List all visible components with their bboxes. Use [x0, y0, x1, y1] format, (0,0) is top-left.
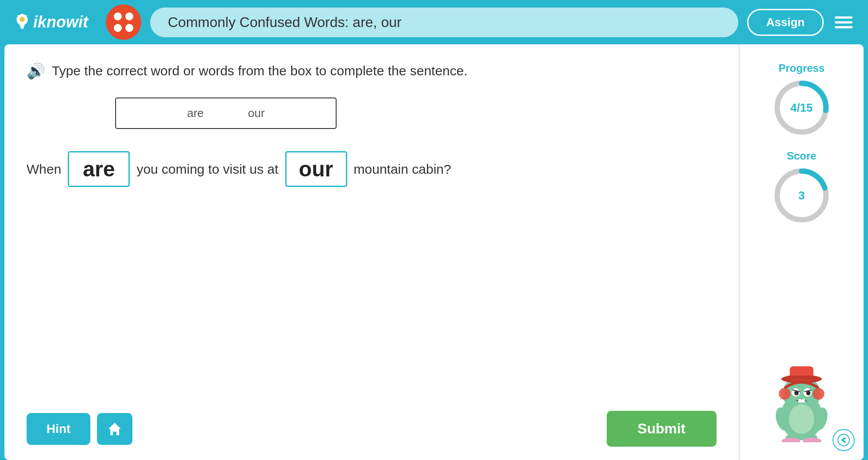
character-icon	[762, 354, 841, 442]
score-section: Score 3	[773, 150, 830, 224]
score-value: 3	[798, 189, 805, 203]
progress-section: Progress 4/15	[773, 62, 830, 136]
dot	[114, 24, 122, 32]
assign-button[interactable]: Assign	[747, 9, 824, 36]
home-icon	[107, 421, 123, 437]
svg-point-35	[838, 434, 849, 446]
svg-point-30	[789, 404, 814, 434]
logo-bulb-icon	[13, 13, 31, 31]
answer-box-1[interactable]: are	[68, 151, 130, 187]
hamburger-line	[835, 21, 852, 23]
svg-rect-3	[21, 27, 24, 29]
svg-point-27	[813, 388, 825, 400]
instruction-text: Type the correct word or words from the …	[52, 63, 468, 78]
word-box: are our	[115, 97, 337, 129]
score-label: Score	[787, 150, 817, 162]
svg-point-26	[779, 388, 791, 400]
back-button[interactable]	[833, 429, 855, 451]
lesson-icon	[106, 4, 141, 40]
instruction-row: 🔊 Type the correct word or words from th…	[27, 62, 717, 80]
svg-point-4	[19, 17, 24, 22]
word-option-our: our	[248, 106, 265, 120]
sentence-before: When	[27, 162, 61, 177]
menu-button[interactable]	[833, 14, 855, 31]
svg-marker-8	[108, 423, 121, 435]
dot	[114, 12, 122, 20]
lesson-title: Commonly Confused Words: are, our	[150, 8, 738, 37]
lesson-icon-dots	[114, 12, 133, 32]
header: iknowit Commonly Confused Words: are, ou…	[0, 0, 868, 44]
speaker-icon[interactable]: 🔊	[27, 62, 45, 80]
word-option-are: are	[187, 106, 204, 120]
sidebar: Progress 4/15 Score 3	[740, 44, 864, 460]
answer-text-1: are	[83, 157, 115, 181]
svg-line-7	[18, 16, 19, 16]
hint-button[interactable]: Hint	[27, 413, 90, 445]
submit-button[interactable]: Submit	[607, 411, 717, 447]
dot	[125, 12, 133, 20]
sentence-after: mountain cabin?	[354, 162, 451, 177]
svg-rect-25	[802, 399, 805, 403]
exercise-area: 🔊 Type the correct word or words from th…	[4, 44, 740, 460]
logo-text: iknowit	[33, 13, 88, 31]
bottom-left: Hint	[27, 413, 132, 445]
svg-rect-2	[20, 26, 24, 27]
character-area	[757, 345, 846, 442]
progress-value: 4/15	[790, 101, 813, 115]
sentence-row: When are you coming to visit us at our m…	[27, 151, 717, 187]
answer-box-2[interactable]: our	[285, 151, 347, 187]
progress-circle: 4/15	[773, 79, 830, 136]
hamburger-line	[835, 16, 852, 19]
progress-label: Progress	[779, 62, 825, 74]
svg-line-6	[26, 16, 27, 16]
svg-rect-1	[19, 24, 24, 26]
svg-rect-17	[789, 376, 814, 380]
dot	[125, 24, 133, 32]
hamburger-line	[835, 26, 852, 28]
sentence-middle: you coming to visit us at	[136, 162, 278, 177]
logo: iknowit	[13, 13, 88, 31]
svg-rect-24	[798, 399, 802, 403]
main-content: 🔊 Type the correct word or words from th…	[4, 44, 864, 460]
answer-text-2: our	[299, 157, 333, 181]
back-icon	[837, 434, 850, 446]
header-right: Assign	[747, 9, 855, 36]
home-button[interactable]	[97, 413, 132, 445]
bottom-bar: Hint Submit	[27, 411, 717, 447]
score-circle: 3	[773, 167, 830, 224]
